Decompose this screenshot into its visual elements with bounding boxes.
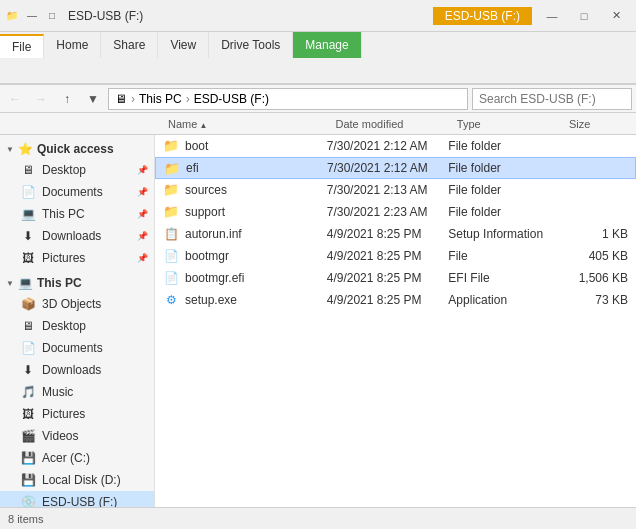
forward-button[interactable]: → — [30, 88, 52, 110]
app-icon: 📁 — [4, 8, 20, 24]
sidebar-item-local-disk[interactable]: 💾 Local Disk (D:) — [0, 469, 154, 491]
3d-objects-icon: 📦 — [20, 296, 36, 312]
downloads-icon: ⬇ — [20, 228, 36, 244]
file-date: 4/9/2021 8:25 PM — [327, 293, 449, 307]
tab-manage[interactable]: Manage — [293, 32, 361, 58]
breadcrumb-icon: 🖥 — [115, 92, 127, 106]
file-date: 4/9/2021 8:25 PM — [327, 271, 449, 285]
file-date: 7/30/2021 2:12 AM — [327, 139, 449, 153]
quick-access-header[interactable]: ▼ ⭐ Quick access — [0, 139, 154, 159]
sidebar-item-this-pc[interactable]: 💻 This PC — [0, 203, 154, 225]
sidebar-item-videos-label: Videos — [42, 429, 78, 443]
sidebar-item-pictures[interactable]: 🖼 Pictures — [0, 247, 154, 269]
breadcrumb-esd-usb[interactable]: ESD-USB (F:) — [194, 92, 269, 106]
table-row[interactable]: 📄 bootmgr.efi 4/9/2021 8:25 PM EFI File … — [155, 267, 636, 289]
videos-icon: 🎬 — [20, 428, 36, 444]
tab-view[interactable]: View — [158, 32, 209, 58]
tab-file[interactable]: File — [0, 34, 44, 58]
ribbon-tabs: File Home Share View Drive Tools Manage — [0, 32, 636, 58]
folder-icon: 📁 — [163, 138, 179, 154]
col-header-date[interactable]: Date modified — [328, 118, 449, 130]
local-disk-icon: 💾 — [20, 472, 36, 488]
this-pc-chevron: ▼ — [6, 279, 14, 288]
breadcrumb-this-pc[interactable]: This PC — [139, 92, 182, 106]
minimize-icon: — — [24, 8, 40, 24]
quick-access-label: ⭐ — [18, 142, 33, 156]
sidebar-item-3d-objects[interactable]: 📦 3D Objects — [0, 293, 154, 315]
documents2-icon: 📄 — [20, 340, 36, 356]
table-row[interactable]: 📁 boot 7/30/2021 2:12 AM File folder — [155, 135, 636, 157]
sidebar-item-desktop2[interactable]: 🖥 Desktop — [0, 315, 154, 337]
pictures-icon: 🖼 — [20, 250, 36, 266]
exe-icon: ⚙ — [163, 292, 179, 308]
table-row[interactable]: 📋 autorun.inf 4/9/2021 8:25 PM Setup Inf… — [155, 223, 636, 245]
file-type: Setup Information — [448, 227, 560, 241]
sidebar-item-music-label: Music — [42, 385, 73, 399]
sidebar-item-videos[interactable]: 🎬 Videos — [0, 425, 154, 447]
search-input[interactable] — [472, 88, 632, 110]
file-name: setup.exe — [185, 293, 237, 307]
sidebar-item-desktop[interactable]: 🖥 Desktop — [0, 159, 154, 181]
minimize-button[interactable]: — — [536, 5, 568, 27]
file-list: 📁 boot 7/30/2021 2:12 AM File folder 📁 e… — [155, 135, 636, 508]
file-type: File — [448, 249, 560, 263]
file-size: 73 KB — [561, 293, 636, 307]
sidebar-item-esd-usb[interactable]: 💿 ESD-USB (F:) — [0, 491, 154, 508]
address-path[interactable]: 🖥 › This PC › ESD-USB (F:) — [108, 88, 468, 110]
music-icon: 🎵 — [20, 384, 36, 400]
recent-locations-button[interactable]: ▼ — [82, 88, 104, 110]
sidebar-item-acer[interactable]: 💾 Acer (C:) — [0, 447, 154, 469]
file-icon: 📋 — [163, 226, 179, 242]
downloads2-icon: ⬇ — [20, 362, 36, 378]
file-name: bootmgr — [185, 249, 229, 263]
sidebar-item-downloads2[interactable]: ⬇ Downloads — [0, 359, 154, 381]
folder-icon: 📁 — [164, 160, 180, 176]
col-header-name[interactable]: Name — [160, 118, 328, 130]
file-date: 7/30/2021 2:23 AM — [327, 205, 449, 219]
sidebar: ▼ ⭐ Quick access 🖥 Desktop 📄 Documents 💻… — [0, 135, 155, 508]
up-button[interactable]: ↑ — [56, 88, 78, 110]
ribbon: File Home Share View Drive Tools Manage — [0, 32, 636, 85]
tab-drive-tools[interactable]: Drive Tools — [209, 32, 293, 58]
quick-access-chevron: ▼ — [6, 145, 14, 154]
window-title: ESD-USB (F:) — [68, 9, 433, 23]
status-text: 8 items — [8, 513, 43, 525]
sidebar-item-documents2[interactable]: 📄 Documents — [0, 337, 154, 359]
tab-share[interactable]: Share — [101, 32, 158, 58]
table-row[interactable]: 📁 support 7/30/2021 2:23 AM File folder — [155, 201, 636, 223]
file-type: File folder — [448, 161, 560, 175]
column-headers: Name Date modified Type Size — [0, 113, 636, 135]
table-row[interactable]: 📁 efi 7/30/2021 2:12 AM File folder — [155, 157, 636, 179]
col-header-type[interactable]: Type — [449, 118, 561, 130]
file-date: 4/9/2021 8:25 PM — [327, 249, 449, 263]
this-pc-icon2: 💻 — [18, 276, 33, 290]
tab-home[interactable]: Home — [44, 32, 101, 58]
file-type: File folder — [448, 139, 560, 153]
sidebar-item-music[interactable]: 🎵 Music — [0, 381, 154, 403]
sidebar-item-desktop-label: Desktop — [42, 163, 86, 177]
col-header-size[interactable]: Size — [561, 118, 636, 130]
file-size: 405 KB — [561, 249, 636, 263]
maximize-button[interactable]: □ — [568, 5, 600, 27]
title-bar: 📁 — □ ESD-USB (F:) ESD-USB (F:) — □ ✕ — [0, 0, 636, 32]
sidebar-item-pictures2[interactable]: 🖼 Pictures — [0, 403, 154, 425]
table-row[interactable]: ⚙ setup.exe 4/9/2021 8:25 PM Application… — [155, 289, 636, 311]
sidebar-item-documents[interactable]: 📄 Documents — [0, 181, 154, 203]
usb-badge: ESD-USB (F:) — [433, 7, 532, 25]
file-date: 4/9/2021 8:25 PM — [327, 227, 449, 241]
sidebar-item-downloads-label: Downloads — [42, 229, 101, 243]
back-button[interactable]: ← — [4, 88, 26, 110]
file-icon: 📄 — [163, 270, 179, 286]
sidebar-item-downloads2-label: Downloads — [42, 363, 101, 377]
restore-icon: □ — [44, 8, 60, 24]
close-button[interactable]: ✕ — [600, 5, 632, 27]
folder-icon: 📁 — [163, 182, 179, 198]
this-pc-header[interactable]: ▼ 💻 This PC — [0, 273, 154, 293]
table-row[interactable]: 📄 bootmgr 4/9/2021 8:25 PM File 405 KB — [155, 245, 636, 267]
main-layout: ▼ ⭐ Quick access 🖥 Desktop 📄 Documents 💻… — [0, 135, 636, 508]
table-row[interactable]: 📁 sources 7/30/2021 2:13 AM File folder — [155, 179, 636, 201]
sidebar-item-downloads[interactable]: ⬇ Downloads — [0, 225, 154, 247]
sidebar-item-local-disk-label: Local Disk (D:) — [42, 473, 121, 487]
quick-access-text: Quick access — [37, 142, 114, 156]
file-name: support — [185, 205, 225, 219]
